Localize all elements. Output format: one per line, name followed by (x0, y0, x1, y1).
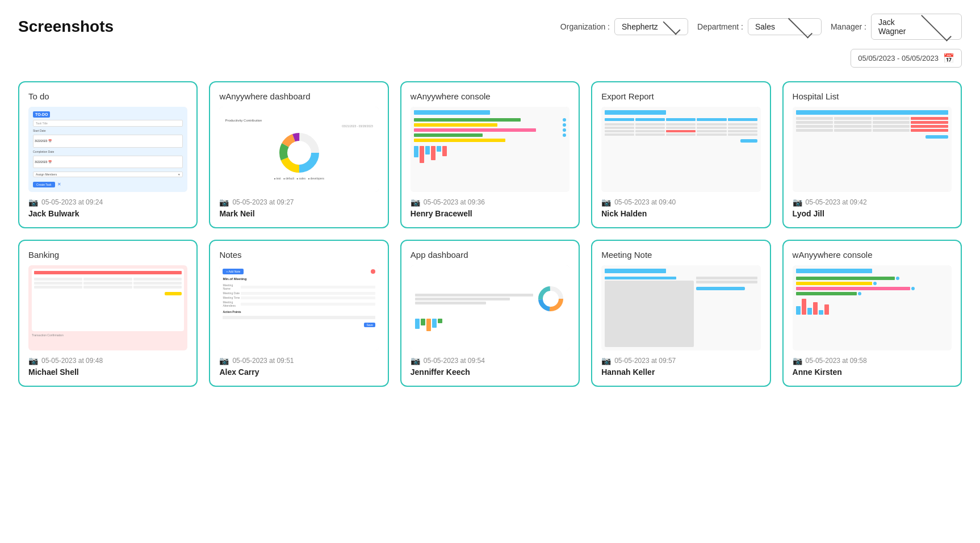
meeting-header (605, 277, 676, 279)
export-data-6 (605, 127, 634, 129)
console-bar-row-5 (414, 139, 566, 142)
donut-mockup: Productivity Contribution 03/21/2023 - 0… (219, 107, 378, 192)
export-data-11 (605, 130, 634, 132)
notes-meeting-name-field (241, 286, 375, 289)
notes-meeting-date-row: Meeting Date (223, 291, 375, 295)
hospital-cell-red-2 (911, 121, 948, 124)
card-meeting-note[interactable]: Meeting Note 📷 (591, 240, 770, 387)
console-bar-row-1 (414, 118, 566, 122)
screenshot-icon-9: 📷 (601, 356, 611, 365)
hospital-cell-12 (873, 129, 910, 132)
card-app-dashboard-preview (411, 265, 569, 350)
date-row: 05/05/2023 - 05/05/2023 📅 (18, 49, 962, 68)
hospital-header-bar (796, 110, 948, 115)
card-app-dashboard-footer: 📷 05-05-2023 at 09:54 Jenniffer Keech (411, 356, 569, 377)
export-table-row-1 (605, 123, 757, 126)
export-data-2 (635, 123, 665, 126)
meeting-side-2 (696, 281, 757, 283)
card-app-dashboard-timestamp: 📷 05-05-2023 at 09:54 (411, 356, 569, 365)
console-bar-row-4 (414, 133, 566, 137)
todo-cancel-button: ✕ (57, 182, 61, 187)
notes-meeting-time-field (241, 296, 375, 299)
card-banking[interactable]: Banking (18, 240, 198, 387)
export-data-3 (666, 123, 696, 126)
wanyywhere2-bar-1 (796, 277, 895, 280)
card-wanyywhere-dashboard[interactable]: wAnyywhere dashboard Productivity Contri… (209, 81, 388, 228)
card-hospital-list[interactable]: Hospital List (782, 81, 962, 228)
card-meeting-note-timestamp: 📷 05-05-2023 at 09:57 (601, 356, 760, 365)
meeting-content-area (605, 277, 757, 347)
console-bar-pink-1 (414, 128, 536, 132)
organization-label: Organization : (560, 22, 610, 31)
card-todo-author: Jack Bulwark (28, 209, 187, 218)
banking-action-button (165, 292, 182, 295)
console-bar-dots-2 (563, 123, 566, 127)
app-dashboard-mockup (411, 265, 569, 350)
notes-top-row: + Add Note (223, 269, 375, 274)
card-notes[interactable]: Notes + Add Note Min.of Meeting Meeting … (209, 240, 388, 387)
banking-cell-9 (133, 286, 182, 289)
console-bar-dots-1 (563, 118, 566, 122)
notes-close-icon (371, 269, 375, 274)
card-wanyywhere-console-2[interactable]: wAnyywhere console (782, 240, 962, 387)
organization-select[interactable]: Shephertz (614, 18, 688, 35)
hospital-cell-6 (873, 121, 910, 124)
card-wanyywhere-console-2-preview (793, 265, 952, 350)
todo-create-button: Create Task (33, 182, 55, 187)
hospital-cell-2 (834, 117, 872, 120)
export-header-cell-3 (666, 118, 696, 121)
hospital-cell-red-4 (911, 129, 948, 132)
console-bar-green-2 (414, 133, 483, 137)
export-action-button (740, 139, 757, 143)
wanyywhere2-bar-4 (796, 292, 857, 295)
export-table-row-2 (605, 127, 757, 129)
notes-meeting-date-label: Meeting Date (223, 291, 240, 295)
export-data-5 (728, 123, 757, 126)
card-app-dashboard[interactable]: App dashboard (400, 240, 580, 387)
hospital-cell-5 (834, 121, 872, 124)
notes-save-button: Save (364, 323, 375, 327)
hospital-cell-9 (873, 125, 910, 128)
department-select[interactable]: Sales (748, 18, 822, 35)
wanyywhere2-bar-row-3 (796, 287, 948, 290)
app-dashboard-bottom-bars (415, 319, 565, 331)
app-dashboard-top (415, 285, 565, 313)
export-data-10 (728, 127, 757, 129)
card-hospital-list-title: Hospital List (793, 91, 952, 101)
manager-chevron-icon (921, 11, 952, 41)
card-notes-timestamp: 📷 05-05-2023 at 09:51 (219, 356, 378, 365)
card-todo-preview: TO-DO Task Title Start Date 3/22/2023 📅 … (28, 107, 187, 192)
date-picker[interactable]: 05/05/2023 - 05/05/2023 📅 (851, 49, 962, 68)
notes-meeting-date-field (241, 292, 375, 295)
card-wanyywhere-console[interactable]: wAnyywhere console (400, 81, 580, 228)
export-data-15 (605, 133, 634, 136)
export-header-cell-2 (635, 118, 665, 121)
manager-filter-group: Manager : Jack Wagner (831, 14, 962, 40)
export-data-16 (635, 133, 665, 136)
banking-alert-bar (34, 271, 182, 274)
meeting-mockup (601, 265, 760, 350)
card-todo[interactable]: To do TO-DO Task Title Start Date 3/22/2… (18, 81, 198, 228)
card-export-report[interactable]: Export Report (591, 81, 770, 228)
card-wanyywhere-console-footer: 📷 05-05-2023 at 09:36 Henry Bracewell (411, 198, 569, 218)
console-chart-bars (414, 146, 566, 163)
wanyywhere2-mockup (793, 265, 952, 350)
banking-cell-6 (133, 282, 182, 285)
wanyywhere2-chart-bars (796, 299, 948, 315)
export-table-row-4 (605, 133, 757, 136)
card-wanyywhere-dashboard-title: wAnyywhere dashboard (219, 91, 378, 101)
todo-completion-date-row: Completion Date (33, 150, 183, 153)
notes-attendees-field (241, 303, 375, 306)
meeting-main-content (605, 281, 694, 347)
card-banking-author: Michael Shell (28, 367, 187, 377)
todo-task-title: Task Title (33, 120, 183, 127)
manager-select[interactable]: Jack Wagner (871, 14, 962, 40)
banking-row-1 (34, 278, 182, 281)
banking-row-2 (34, 282, 182, 285)
notes-add-button: + Add Note (223, 269, 244, 274)
todo-buttons: Create Task ✕ (33, 182, 183, 187)
card-wanyywhere-dashboard-footer: 📷 05-05-2023 at 09:27 Mark Neil (219, 198, 378, 218)
banking-cell-3 (133, 278, 182, 281)
banking-cell-7 (34, 286, 82, 289)
console-bar-dots-3 (563, 128, 566, 132)
